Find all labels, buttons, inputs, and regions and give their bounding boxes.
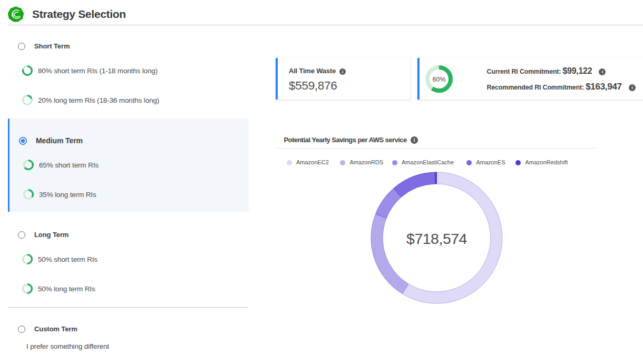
svg-text:$718,574: $718,574 xyxy=(406,230,467,247)
svg-text:60%: 60% xyxy=(432,75,445,83)
